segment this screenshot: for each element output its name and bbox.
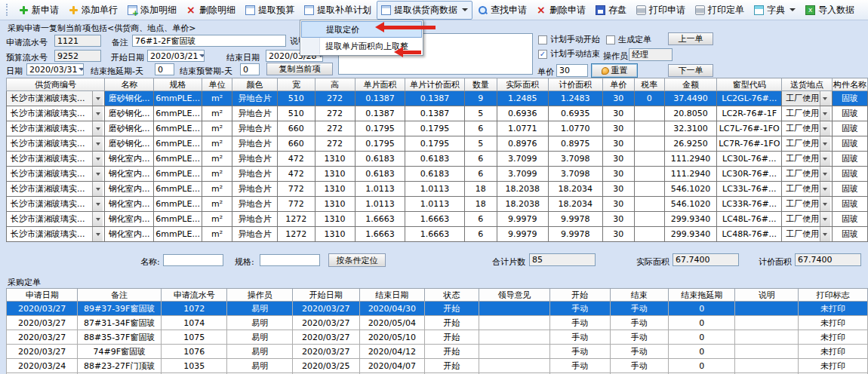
cell[interactable]: 30: [602, 167, 634, 182]
delivery-cell[interactable]: 工厂使用: [782, 152, 833, 167]
cell[interactable]: 32.3100: [664, 121, 716, 136]
cell[interactable]: 0.1795: [405, 121, 464, 136]
cell[interactable]: 272: [315, 106, 355, 121]
cell[interactable]: 6mmPLE...: [154, 136, 202, 152]
cell[interactable]: 3.7098: [548, 167, 602, 182]
cell[interactable]: 固玻: [832, 91, 867, 106]
dropdown-arrow-icon[interactable]: [92, 182, 103, 196]
cell[interactable]: 2020/03/27: [293, 345, 360, 359]
table-row[interactable]: 长沙市潇湘玻璃实...磨砂钢化...6mmPLE...m²异地合片5102720…: [7, 106, 868, 121]
cell[interactable]: 0.1387: [405, 91, 464, 106]
add-row-button[interactable]: 添加单行: [64, 1, 122, 20]
cell[interactable]: [479, 302, 549, 316]
table-row[interactable]: 长沙市潇湘玻璃实...钢化室内...6mmPLE...m²异地合片4721310…: [7, 152, 868, 167]
cell[interactable]: 9.9979: [497, 212, 548, 227]
delivery-cell[interactable]: 工厂使用: [782, 136, 833, 152]
cell[interactable]: 易明: [227, 359, 293, 373]
cell[interactable]: 异地合片: [232, 91, 278, 106]
cell[interactable]: [479, 330, 549, 345]
cell[interactable]: [634, 106, 664, 121]
cell[interactable]: 30: [602, 152, 634, 167]
cell[interactable]: 1310: [315, 212, 355, 227]
cell[interactable]: 0.6936: [497, 106, 548, 121]
cell[interactable]: 1.0771: [497, 121, 548, 136]
cell[interactable]: 1272: [277, 227, 315, 242]
supplier-cell[interactable]: 长沙市潇湘玻璃实...: [7, 121, 105, 136]
cell[interactable]: 1074: [162, 316, 227, 330]
cell[interactable]: [479, 345, 549, 359]
cell[interactable]: LC7R-76#-1FO: [717, 136, 782, 152]
cell[interactable]: 6: [464, 227, 497, 242]
cell[interactable]: 0.1795: [355, 136, 405, 152]
cell[interactable]: 772: [277, 197, 315, 212]
cell[interactable]: 1.0113: [355, 182, 405, 197]
next-order-button[interactable]: 下一单: [668, 64, 713, 77]
remark-input[interactable]: 76#1-2F窗固玻: [132, 35, 286, 47]
cell[interactable]: 30: [602, 182, 634, 197]
cell[interactable]: 660: [277, 136, 315, 152]
cell[interactable]: 9.9978: [548, 212, 602, 227]
cell[interactable]: 易明: [227, 302, 293, 316]
cell[interactable]: 2020/03/24: [7, 359, 78, 373]
table-row[interactable]: 长沙市潇湘玻璃实...磨砂钢化...6mmPLE...m²异地合片5102720…: [7, 91, 868, 106]
add-detail-button[interactable]: 添加明细: [123, 1, 181, 20]
cell[interactable]: 0: [669, 316, 735, 330]
cell[interactable]: 未打印: [799, 345, 868, 359]
dropdown-arrow-icon[interactable]: [92, 106, 103, 121]
cell[interactable]: 未打印: [799, 316, 868, 330]
cell[interactable]: LC33R-76#...: [717, 197, 782, 212]
cell[interactable]: 2020/04/07: [359, 359, 425, 373]
cell[interactable]: [634, 182, 664, 197]
cell[interactable]: 异地合片: [232, 152, 278, 167]
cell[interactable]: 异地合片: [232, 212, 278, 227]
cell[interactable]: 手动: [610, 359, 669, 373]
cell[interactable]: 钢化室内...: [105, 227, 154, 242]
dropdown-arrow-icon[interactable]: [820, 121, 830, 136]
supplier-cell[interactable]: 长沙市潇湘玻璃实...: [7, 91, 105, 106]
cell[interactable]: 异地合片: [232, 167, 278, 182]
cell[interactable]: 异地合片: [232, 182, 278, 197]
cell[interactable]: 6mmPLE...: [154, 121, 202, 136]
dropdown-arrow-icon[interactable]: [92, 212, 103, 226]
cell[interactable]: m²: [202, 167, 232, 182]
dropdown-arrow-icon[interactable]: [92, 152, 103, 166]
cell[interactable]: 手动: [549, 316, 610, 330]
cell[interactable]: 0.6183: [405, 167, 464, 182]
filter-spec-input[interactable]: [260, 254, 320, 266]
dropdown-arrow-icon[interactable]: [92, 197, 103, 211]
cell[interactable]: 未打印: [799, 359, 868, 373]
table-row[interactable]: 长沙市潇湘玻璃实...钢化室内...6mmPLE...m²异地合片1272131…: [7, 212, 868, 227]
cell[interactable]: 异地合片: [232, 136, 278, 152]
cell[interactable]: m²: [202, 106, 232, 121]
cell[interactable]: 1310: [315, 152, 355, 167]
cell[interactable]: 299.9340: [664, 212, 716, 227]
cell[interactable]: [479, 316, 549, 330]
cell[interactable]: 0.1795: [355, 121, 405, 136]
cell[interactable]: 手动: [549, 302, 610, 316]
delay-days-input[interactable]: 0: [155, 63, 174, 75]
cell[interactable]: 固玻: [832, 182, 867, 197]
table-row[interactable]: 长沙市潇湘玻璃实...钢化室内...6mmPLE...m²异地合片4721310…: [7, 167, 868, 182]
delivery-cell[interactable]: 工厂使用: [782, 106, 833, 121]
cell[interactable]: 30: [602, 91, 634, 106]
cell[interactable]: 0.6183: [405, 152, 464, 167]
cell[interactable]: 6mmPLE...: [154, 227, 202, 242]
cell[interactable]: m²: [202, 121, 232, 136]
cell[interactable]: 20.8050: [664, 106, 716, 121]
cell[interactable]: [634, 227, 664, 242]
cell[interactable]: 异地合片: [232, 197, 278, 212]
cell[interactable]: 手动: [549, 330, 610, 345]
cell[interactable]: 18.2034: [548, 197, 602, 212]
serial-input[interactable]: 1121: [54, 35, 101, 47]
cell[interactable]: 6: [464, 212, 497, 227]
cell[interactable]: 磨砂钢化...: [105, 106, 154, 121]
cell[interactable]: 2020/05/04: [359, 316, 425, 330]
cell[interactable]: [735, 316, 799, 330]
dropdown-arrow-icon[interactable]: [820, 182, 830, 196]
cell[interactable]: LC30L-76#...: [717, 152, 782, 167]
cell[interactable]: 6mmPLE...: [154, 152, 202, 167]
table-row[interactable]: 长沙市潇湘玻璃实...钢化室内...6mmPLE...m²异地合片7721310…: [7, 182, 868, 197]
start-date-select[interactable]: 2020/03/21: [147, 50, 205, 62]
cell[interactable]: 0.8975: [548, 136, 602, 152]
cell[interactable]: 2020/03/27: [293, 330, 360, 345]
